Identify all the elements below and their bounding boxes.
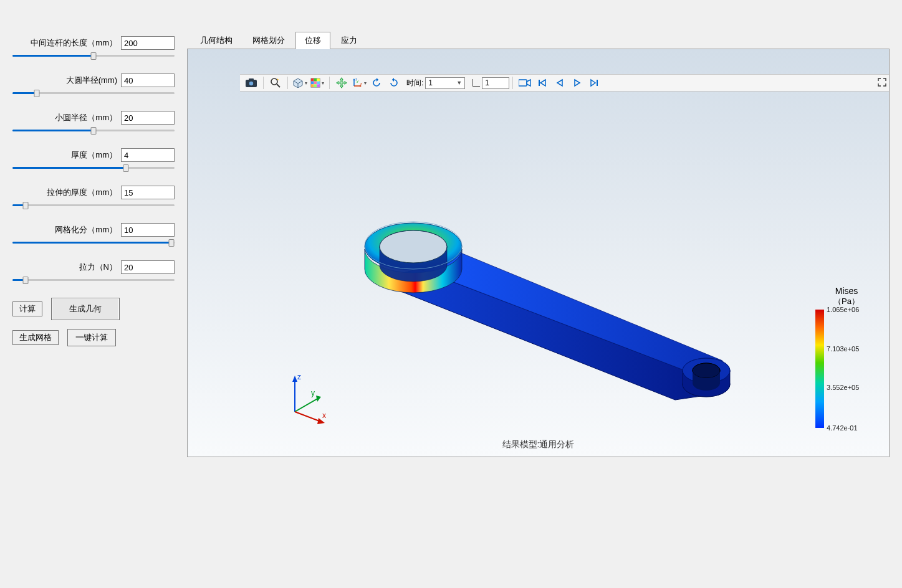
display-mode-button[interactable]: [292, 75, 308, 90]
param-input[interactable]: [121, 74, 175, 87]
param-input[interactable]: [121, 260, 175, 274]
viewer-toolbar: z y x 时间: ▼: [240, 74, 889, 92]
param-label: 小圆半径（mm）: [55, 112, 117, 123]
step-back-button[interactable]: [552, 75, 568, 90]
legend-tick: 7.103e+05: [827, 345, 859, 353]
compute-button[interactable]: 计算: [12, 301, 42, 316]
param-label: 厚度（mm）: [71, 149, 117, 161]
time-label: 时间:: [406, 78, 423, 88]
svg-rect-1: [249, 78, 254, 80]
tab-0[interactable]: 几何结构: [191, 32, 242, 49]
param-row: 拉伸的厚度（mm）: [12, 186, 175, 199]
one-click-compute-button[interactable]: 一键计算: [67, 329, 116, 346]
legend-tick: 4.742e-01: [827, 424, 858, 432]
param-label: 拉力（N）: [79, 262, 117, 273]
param-label: 网格化分（mm）: [55, 224, 117, 235]
svg-rect-8: [317, 78, 320, 82]
param-slider[interactable]: [12, 238, 175, 247]
go-first-button[interactable]: [534, 75, 550, 90]
param-slider[interactable]: [12, 51, 175, 60]
param-slider[interactable]: [12, 201, 175, 209]
param-slider[interactable]: [12, 275, 175, 284]
tab-1[interactable]: 网格划分: [243, 32, 294, 49]
svg-text:y: y: [357, 79, 358, 83]
svg-point-2: [249, 82, 253, 85]
result-caption: 结果模型:通用分析: [188, 439, 889, 450]
viewer-panel: 几何结构网格划分位移应力: [187, 25, 902, 588]
play-button[interactable]: [569, 75, 585, 90]
legend-ticks: 1.065e+067.103e+053.552e+054.742e-01: [824, 310, 878, 428]
svg-rect-11: [317, 82, 320, 85]
param-row: 厚度（mm）: [12, 148, 175, 162]
tab-2[interactable]: 位移: [295, 32, 330, 49]
svg-rect-13: [314, 84, 317, 87]
tab-3[interactable]: 应力: [332, 32, 367, 49]
svg-rect-20: [519, 80, 527, 86]
svg-rect-14: [317, 84, 320, 87]
param-row: 小圆半径（mm）: [12, 111, 175, 125]
param-row: 中间连杆的长度（mm）: [12, 36, 175, 50]
param-row: 网格化分（mm）: [12, 223, 175, 237]
angle-icon: [473, 79, 480, 87]
svg-rect-12: [311, 84, 314, 87]
legend-tick: 1.065e+06: [827, 306, 859, 313]
app-root: 中间连杆的长度（mm）大圆半径(mm)小圆半径（mm）厚度（mm）拉伸的厚度（m…: [0, 0, 902, 588]
svg-line-4: [277, 84, 280, 87]
camera-view-button[interactable]: [517, 75, 533, 90]
param-label: 拉伸的厚度（mm）: [47, 187, 117, 198]
legend-title: Mises: [815, 286, 878, 296]
generate-geometry-button[interactable]: 生成几何: [51, 298, 120, 320]
legend-tick: 3.552e+05: [827, 384, 859, 391]
frame-spin[interactable]: [482, 77, 509, 89]
svg-rect-22: [597, 80, 598, 86]
color-map-button[interactable]: [309, 75, 325, 90]
param-row: 大圆半径(mm): [12, 74, 175, 87]
zoom-quick-button[interactable]: [267, 75, 284, 90]
param-input[interactable]: [121, 36, 175, 50]
rotate-cw-button[interactable]: [386, 75, 402, 90]
param-slider[interactable]: [12, 163, 175, 172]
svg-rect-10: [314, 82, 317, 85]
svg-rect-7: [314, 78, 317, 82]
svg-point-3: [271, 78, 277, 85]
generate-mesh-button[interactable]: 生成网格: [12, 330, 59, 345]
svg-text:x: x: [360, 82, 362, 85]
axis-view-button[interactable]: z y x: [351, 75, 367, 90]
parameter-panel: 中间连杆的长度（mm）大圆半径(mm)小圆半径（mm）厚度（mm）拉伸的厚度（m…: [0, 25, 187, 588]
rotate-ccw-button[interactable]: [368, 75, 385, 90]
param-input[interactable]: [121, 223, 175, 237]
time-select[interactable]: [425, 77, 465, 89]
param-row: 拉力（N）: [12, 260, 175, 274]
param-label: 中间连杆的长度（mm）: [31, 37, 117, 49]
param-slider[interactable]: [12, 88, 175, 97]
pan-button[interactable]: [333, 75, 350, 90]
viewer-frame: z y x 时间: ▼: [187, 49, 890, 457]
screenshot-button[interactable]: [243, 75, 259, 90]
svg-rect-6: [311, 78, 314, 82]
tab-bar: 几何结构网格划分位移应力: [187, 31, 890, 49]
color-legend: Mises （Pa） 1.065e+067.103e+053.552e+054.…: [815, 286, 878, 428]
param-input[interactable]: [121, 111, 175, 125]
param-slider[interactable]: [12, 126, 175, 135]
param-input[interactable]: [121, 148, 175, 162]
step-forward-button[interactable]: [587, 75, 603, 90]
expand-icon[interactable]: [876, 75, 888, 89]
param-label: 大圆半径(mm): [66, 75, 117, 86]
result-canvas[interactable]: [188, 49, 889, 457]
legend-color-bar: [815, 310, 824, 428]
param-input[interactable]: [121, 186, 175, 199]
svg-rect-9: [311, 82, 314, 85]
